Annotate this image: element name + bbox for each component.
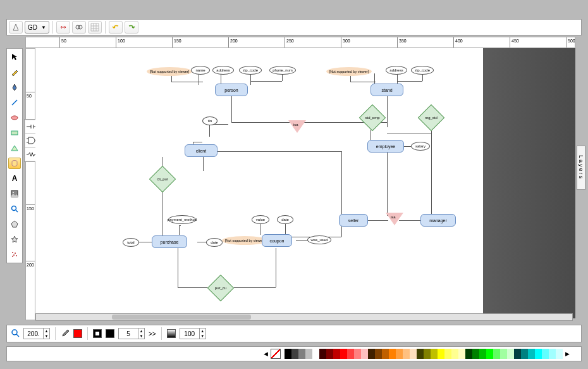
canvas-viewport[interactable]: [Not supported by viewer] [Not supported… [35, 48, 575, 318]
attr-phone-num[interactable]: phone_num [269, 66, 296, 75]
color-chip-39[interactable] [556, 349, 563, 359]
rel-std-emp[interactable]: std_emp [363, 108, 382, 127]
color-chip-32[interactable] [507, 349, 514, 359]
color-chip-5[interactable] [319, 349, 326, 359]
color-chip-9[interactable] [347, 349, 354, 359]
palette-right-arrow[interactable]: ▶ [565, 351, 570, 357]
line-tool[interactable] [8, 97, 21, 108]
image-tool[interactable] [8, 188, 21, 199]
attr-total[interactable]: total [123, 238, 139, 247]
fill-swatch[interactable] [73, 329, 82, 338]
layers-tab[interactable]: Layers [577, 146, 585, 190]
canvas[interactable]: [Not supported by viewer] [Not supported… [35, 48, 483, 314]
color-chip-10[interactable] [354, 349, 361, 359]
attr-date[interactable]: date [206, 238, 223, 247]
color-chip-7[interactable] [333, 349, 340, 359]
pencil-tool[interactable] [8, 66, 21, 78]
color-chip-27[interactable] [472, 349, 479, 359]
color-chip-21[interactable] [431, 349, 438, 359]
color-chip-25[interactable] [458, 349, 465, 359]
tempo-select[interactable]: GD ▼ [25, 21, 49, 34]
attr-name[interactable]: name [191, 66, 210, 75]
entity-employee[interactable]: employee [367, 140, 404, 153]
entity-manager[interactable]: manager [420, 214, 456, 227]
color-chip-30[interactable] [493, 349, 500, 359]
zoom-down[interactable]: ▼ [43, 334, 49, 339]
triangle-tool[interactable] [8, 142, 21, 154]
color-chip-36[interactable] [535, 349, 542, 359]
color-chip-13[interactable] [375, 349, 382, 359]
zoom-input[interactable]: ▲▼ [23, 328, 50, 339]
opacity-swatch[interactable] [167, 329, 176, 338]
stroke-width[interactable]: ▲▼ [118, 328, 145, 339]
color-chip-37[interactable] [542, 349, 549, 359]
color-chip-18[interactable] [410, 349, 417, 359]
stroke-width-field[interactable] [119, 330, 138, 337]
eyedropper-icon[interactable] [61, 328, 70, 339]
color-chip-14[interactable] [382, 349, 389, 359]
overlap-button[interactable] [72, 21, 86, 34]
entity-person[interactable]: person [215, 84, 248, 96]
no-color-chip[interactable] [271, 349, 281, 359]
text-tool[interactable]: A [8, 173, 21, 184]
color-chip-8[interactable] [340, 349, 347, 359]
attr-address[interactable]: address [212, 66, 234, 75]
rel-mg-std[interactable]: mg_std [422, 108, 441, 127]
tempo-icon-button[interactable] [9, 21, 23, 34]
color-chip-19[interactable] [417, 349, 424, 359]
palette-left-arrow[interactable]: ◀ [264, 351, 268, 357]
pan-button[interactable] [56, 21, 70, 34]
isa-person[interactable]: isa [288, 120, 306, 133]
cylinder-tool[interactable] [8, 158, 21, 169]
pen-tool[interactable] [8, 82, 21, 93]
color-chip-28[interactable] [479, 349, 486, 359]
grid-button[interactable] [88, 21, 102, 34]
attr-value[interactable]: value [252, 215, 269, 224]
ellipse-tool[interactable] [8, 112, 21, 123]
spray-tool[interactable] [8, 249, 21, 260]
zoom-field[interactable] [24, 330, 43, 337]
entity-coupon[interactable]: coupon [262, 234, 292, 247]
color-chip-23[interactable] [444, 349, 451, 359]
attr-salary[interactable]: salary [411, 142, 430, 151]
color-chip-4[interactable] [312, 349, 319, 359]
color-chip-6[interactable] [326, 349, 333, 359]
zoom-tool[interactable] [8, 203, 21, 215]
color-chip-0[interactable] [285, 349, 291, 359]
redo-button[interactable] [125, 21, 138, 34]
attr-payment-method[interactable]: payment_method [168, 215, 196, 224]
color-chip-17[interactable] [403, 349, 410, 359]
color-chip-2[interactable] [298, 349, 305, 359]
color-chip-24[interactable] [451, 349, 458, 359]
color-chip-26[interactable] [465, 349, 472, 359]
color-chip-29[interactable] [486, 349, 493, 359]
entity-purchase[interactable]: purchase [152, 235, 187, 248]
rect-tool[interactable] [8, 127, 21, 139]
color-chip-1[interactable] [291, 349, 298, 359]
color-chip-16[interactable] [396, 349, 403, 359]
color-chip-20[interactable] [424, 349, 431, 359]
polygon-tool[interactable] [8, 218, 21, 230]
attr-was-used[interactable]: was_used [307, 235, 331, 244]
attr-tin[interactable]: tin [202, 116, 217, 125]
undo-button[interactable] [109, 21, 123, 34]
color-chip-3[interactable] [305, 349, 312, 359]
opacity-field[interactable] [180, 330, 199, 337]
entity-stand[interactable]: stand [371, 84, 403, 96]
attr-address2[interactable]: address [386, 66, 407, 75]
scrollbar-horizontal[interactable] [35, 313, 573, 321]
zoom-up[interactable]: ▲ [43, 328, 49, 334]
color-chip-12[interactable] [368, 349, 375, 359]
color-chip-34[interactable] [521, 349, 528, 359]
note-person[interactable]: [Not supported by viewer] [147, 67, 192, 76]
attr-zip-code2[interactable]: zip_code [411, 66, 434, 75]
stroke-swatch[interactable] [93, 329, 102, 338]
scrollbar-thumb[interactable] [112, 315, 251, 320]
entity-seller[interactable]: seller [339, 214, 368, 227]
star-tool[interactable] [8, 234, 21, 245]
color-chip-33[interactable] [514, 349, 521, 359]
entity-client[interactable]: client [185, 144, 217, 157]
color-chip-31[interactable] [500, 349, 507, 359]
zoom-icon[interactable] [11, 328, 20, 339]
rel-cli-pur[interactable]: cli_pur [153, 170, 172, 189]
